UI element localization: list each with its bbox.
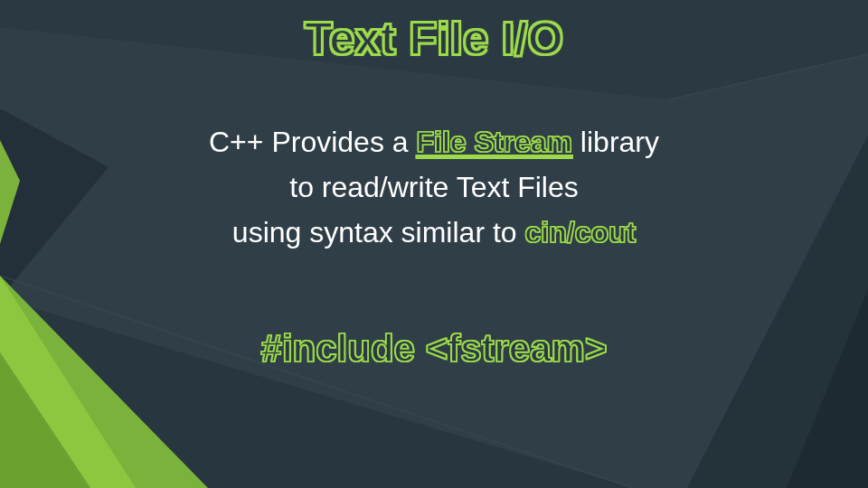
body-line1-post: library bbox=[572, 126, 659, 158]
slide-body: C++ Provides a File Stream library to re… bbox=[0, 119, 868, 255]
body-line3-pre: using syntax similar to bbox=[232, 216, 525, 249]
body-line2: to read/write Text Files bbox=[289, 171, 579, 203]
body-line3-emphasis: cin/cout bbox=[525, 216, 637, 249]
slide-content: Text File I/O C++ Provides a File Stream… bbox=[0, 0, 868, 488]
body-line1-pre: C++ Provides a bbox=[209, 126, 416, 158]
body-line1-emphasis: File Stream bbox=[416, 126, 572, 158]
include-directive: #include <fstream> bbox=[0, 327, 868, 371]
slide-title: Text File I/O bbox=[0, 13, 868, 65]
